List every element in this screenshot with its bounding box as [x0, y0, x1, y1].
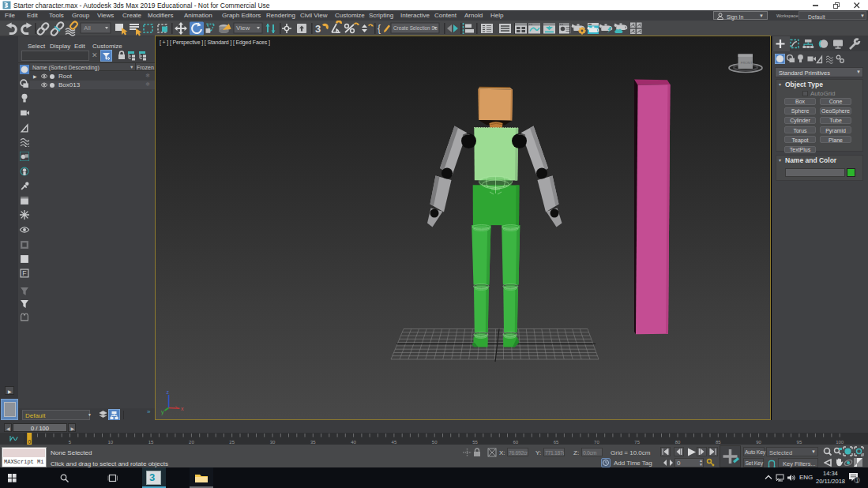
- svg-text:70: 70: [594, 440, 599, 445]
- svg-text:75: 75: [634, 440, 640, 445]
- svg-text:y: y: [161, 409, 164, 415]
- svg-text:FRONT: FRONT: [741, 61, 753, 65]
- svg-text:35: 35: [310, 440, 316, 445]
- svg-text:65: 65: [554, 440, 559, 445]
- svg-text:55: 55: [472, 440, 478, 445]
- svg-text:1: 1: [856, 478, 859, 483]
- svg-text:3: 3: [315, 23, 321, 35]
- svg-text:100: 100: [836, 440, 844, 445]
- svg-text:80: 80: [675, 440, 681, 445]
- svg-text:95: 95: [797, 440, 802, 445]
- svg-text:85: 85: [716, 440, 721, 445]
- svg-text:z: z: [167, 389, 170, 395]
- svg-text:Create Selection Se: Create Selection Se: [393, 25, 438, 31]
- svg-text:45: 45: [392, 440, 397, 445]
- svg-text:20: 20: [189, 440, 194, 445]
- svg-text:60: 60: [513, 440, 518, 445]
- svg-text:{: {: [378, 23, 381, 34]
- svg-text:x: x: [181, 406, 184, 411]
- svg-text:90: 90: [756, 440, 761, 445]
- svg-text:40: 40: [351, 440, 356, 445]
- svg-text:0: 0: [28, 439, 31, 445]
- svg-text:View: View: [236, 24, 250, 32]
- svg-text:All: All: [84, 24, 91, 32]
- svg-text:25: 25: [229, 440, 235, 445]
- svg-text:50: 50: [432, 440, 438, 445]
- svg-text:F: F: [22, 269, 26, 277]
- svg-text:30: 30: [270, 440, 276, 445]
- svg-text:10: 10: [107, 440, 113, 445]
- svg-text:15: 15: [148, 440, 154, 445]
